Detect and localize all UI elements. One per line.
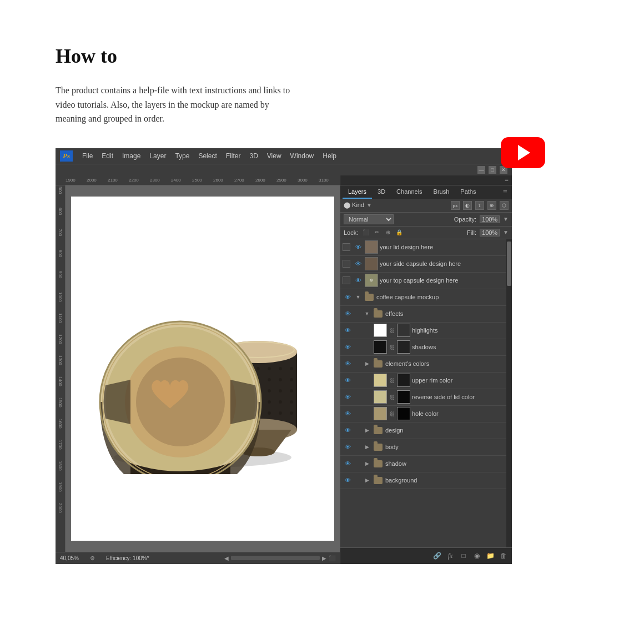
layer-visibility-toggle[interactable]: 👁 (343, 425, 353, 435)
scrollbar-thumb[interactable] (507, 242, 511, 286)
menu-help[interactable]: Help (319, 151, 340, 161)
fill-dropdown[interactable]: ▼ (503, 229, 509, 235)
layer-folder-coffee-capsule[interactable]: 👁 ▼ coffee capsule mockup (340, 289, 506, 306)
layer-visibility-toggle[interactable]: 👁 (353, 275, 363, 285)
layer-expand-icon[interactable]: ▶ (363, 476, 371, 484)
group-icon[interactable]: 📁 (485, 551, 495, 561)
layer-visibility-toggle[interactable]: 👁 (343, 292, 353, 302)
filter-vector-icon[interactable]: ⬡ (500, 201, 509, 210)
filter-pixel-icon[interactable]: px (451, 201, 460, 210)
layer-visibility-toggle[interactable]: 👁 (343, 459, 353, 469)
menu-window[interactable]: Window (286, 151, 318, 161)
layer-side-capsule[interactable]: 👁 your side capsule design here (340, 256, 506, 273)
layer-visibility-toggle[interactable]: 👁 (343, 375, 353, 385)
layer-expand-icon[interactable]: ▶ (363, 460, 371, 467)
layer-hole-color[interactable]: 👁 ⛓ hole color (340, 406, 506, 422)
layer-lid-design[interactable]: 👁 your lid design here (340, 239, 506, 256)
ps-logo: Ps (60, 150, 73, 162)
mask-icon[interactable]: □ (459, 551, 469, 561)
layer-upper-rim-color[interactable]: 👁 ⛓ upper rim color (340, 373, 506, 389)
menu-view[interactable]: View (263, 151, 285, 161)
tab-paths[interactable]: Paths (455, 185, 481, 199)
layer-visibility-toggle[interactable]: 👁 (343, 342, 353, 352)
menu-image[interactable]: Image (118, 151, 144, 161)
svg-point-12 (136, 358, 225, 446)
opacity-dropdown[interactable]: ▼ (503, 216, 509, 222)
ruler-horizontal: 1900 2000 2100 2200 2300 2400 2500 2600 … (56, 175, 340, 185)
layers-panel-menu[interactable]: ≡ (501, 185, 510, 199)
menu-edit[interactable]: Edit (98, 151, 117, 161)
layer-expand-icon[interactable]: ▼ (363, 310, 371, 318)
youtube-button[interactable] (501, 137, 545, 168)
layers-scrollbar[interactable] (506, 239, 512, 547)
layer-check[interactable] (343, 276, 350, 284)
layer-folder-effects[interactable]: 👁 ▼ effects (340, 306, 506, 323)
layer-visibility-toggle[interactable]: 👁 (343, 442, 353, 452)
prev-btn[interactable]: ◀ (224, 555, 229, 561)
layer-visibility-toggle[interactable]: 👁 (343, 359, 353, 369)
menu-3d[interactable]: 3D (245, 151, 261, 161)
tab-channels[interactable]: Channels (391, 185, 427, 199)
next-btn[interactable]: ▶ (322, 555, 326, 561)
lock-all-icon[interactable]: 🔒 (395, 228, 404, 237)
lock-pixels-icon[interactable]: ⬛ (361, 228, 370, 237)
layer-visibility-toggle[interactable]: 👁 (343, 409, 353, 419)
menu-filter[interactable]: Filter (222, 151, 245, 161)
layer-name-background: background (385, 477, 504, 484)
layer-check[interactable] (343, 260, 350, 268)
ruler-v-mark: 700 (58, 229, 63, 250)
layers-kind-row: ⬤ Kind ▼ px ◐ T ⊕ ⬡ (340, 199, 512, 213)
layer-check[interactable] (343, 243, 350, 251)
ruler-v-mark: 1100 (58, 313, 63, 334)
layers-lock-row: Lock: ⬛ ✏ ⊕ 🔒 Fill: 100% ▼ (340, 227, 512, 239)
layer-folder-elements-colors[interactable]: 👁 ▶ element's colors (340, 356, 506, 373)
ruler-v-mark: 2000 (58, 503, 63, 524)
menu-select[interactable]: Select (194, 151, 220, 161)
menu-layer[interactable]: Layer (145, 151, 170, 161)
layer-top-capsule[interactable]: 👁 ⊕ your top capsule design here (340, 273, 506, 289)
layer-folder-background[interactable]: 👁 ▶ background (340, 472, 506, 489)
layer-visibility-toggle[interactable]: 👁 (353, 242, 363, 252)
folder-shape (365, 294, 374, 301)
layer-visibility-toggle[interactable]: 👁 (343, 325, 353, 335)
layer-expand-icon[interactable]: ▶ (363, 443, 371, 451)
status-scrollbar[interactable] (231, 556, 320, 560)
link-icon[interactable]: 🔗 (432, 551, 442, 561)
lock-artboards-icon[interactable]: ⊕ (384, 228, 393, 237)
layer-name-lid-design: your lid design here (380, 244, 504, 250)
layer-folder-design[interactable]: 👁 ▶ design (340, 422, 506, 439)
fx-icon[interactable]: fx (445, 551, 455, 561)
layer-expand-icon[interactable]: ▼ (354, 293, 362, 301)
layer-visibility-toggle[interactable]: 👁 (343, 309, 353, 319)
delete-icon[interactable]: 🗑 (499, 551, 509, 561)
ruler-v-mark: 1900 (58, 482, 63, 503)
blend-mode-select[interactable]: Normal Multiply Screen (344, 214, 394, 224)
filter-adj-icon[interactable]: ◐ (463, 201, 472, 210)
layer-expand-icon[interactable]: ▶ (363, 426, 371, 434)
layer-folder-shadow[interactable]: 👁 ▶ shadow (340, 456, 506, 472)
tab-layers[interactable]: Layers (343, 185, 372, 199)
panel-menu-icon[interactable]: ≡ (505, 176, 509, 184)
layer-visibility-toggle[interactable]: 👁 (343, 392, 353, 402)
filter-smart-icon[interactable]: ⊕ (487, 201, 496, 210)
minimize-button[interactable]: — (477, 166, 485, 174)
ruler-v-mark: 1500 (58, 398, 63, 419)
layer-visibility-toggle[interactable]: 👁 (353, 259, 363, 269)
layer-reverse-lid-color[interactable]: 👁 ⛓ reverse side of lid color (340, 389, 506, 406)
lock-position-icon[interactable]: ✏ (373, 228, 381, 237)
menu-file[interactable]: File (78, 151, 97, 161)
layer-thumb (365, 240, 378, 254)
layer-highlights[interactable]: 👁 ⛓ highlights (340, 323, 506, 339)
tab-3d[interactable]: 3D (372, 185, 391, 199)
layer-folder-body[interactable]: 👁 ▶ body (340, 439, 506, 456)
layer-expand-icon[interactable]: ▶ (363, 360, 371, 368)
menu-type[interactable]: Type (171, 151, 193, 161)
tab-brush[interactable]: Brush (428, 185, 455, 199)
layer-visibility-toggle[interactable]: 👁 (343, 475, 353, 485)
maximize-button[interactable]: □ (489, 166, 496, 174)
page-container: How to The product contains a help-file … (0, 0, 644, 608)
filter-type-icon[interactable]: T (475, 201, 484, 210)
photoshop-window: Ps File Edit Image Layer Type Select Fil… (56, 148, 512, 564)
adjustment-icon[interactable]: ◉ (472, 551, 482, 561)
layer-shadows[interactable]: 👁 ⛓ shadows (340, 339, 506, 356)
